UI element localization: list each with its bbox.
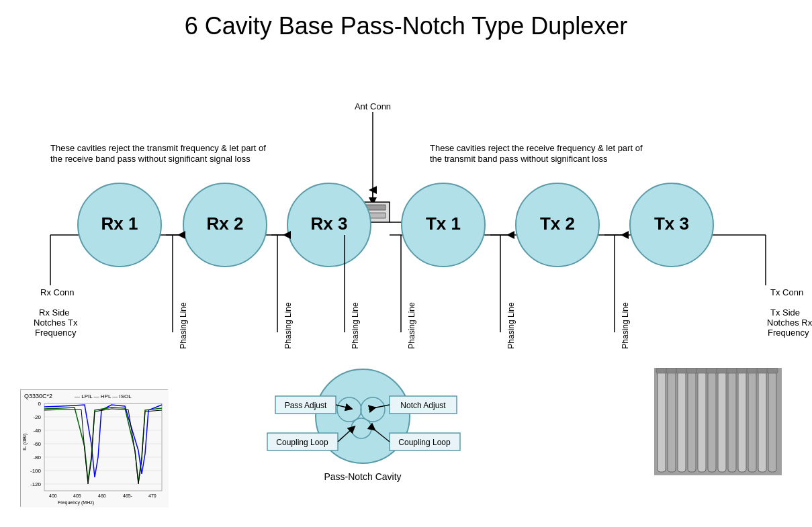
svg-rect-71	[678, 371, 686, 472]
tx-conn-label: Tx Conn	[770, 287, 803, 297]
svg-rect-85	[696, 368, 707, 373]
svg-rect-77	[738, 371, 746, 472]
phasing-line-3: Phasing Line	[351, 302, 360, 349]
rx1-label: Rx 1	[101, 213, 138, 234]
svg-rect-72	[688, 371, 696, 472]
svg-text:470: 470	[148, 493, 156, 498]
phasing-line-2: Phasing Line	[283, 302, 293, 349]
svg-text:-40: -40	[33, 428, 41, 434]
svg-rect-86	[707, 368, 717, 373]
svg-text:-120: -120	[30, 481, 42, 487]
rx-side-label: Rx Side	[39, 307, 70, 318]
pass-notch-cavity-diagram: Pass Adjust Notch Adjust Coupling Loop C…	[255, 356, 470, 490]
svg-rect-31	[21, 390, 169, 508]
svg-text:Notches Rx: Notches Rx	[767, 318, 812, 328]
svg-rect-88	[727, 368, 737, 373]
svg-rect-90	[747, 368, 758, 373]
tx-side-label: Tx Side	[770, 307, 800, 318]
coupling-loop-left-label: Coupling Loop	[276, 438, 328, 447]
equipment-photo	[654, 368, 782, 475]
svg-text:IL (dBi): IL (dBi)	[21, 433, 28, 450]
svg-rect-87	[717, 368, 727, 373]
chart-area: Q3330C*2 — LPIL — HPL — ISOL 0 -20 -40 -…	[20, 389, 168, 507]
svg-rect-91	[757, 368, 768, 373]
svg-rect-74	[708, 371, 716, 472]
tx3-label: Tx 3	[654, 213, 689, 234]
svg-text:Frequency: Frequency	[768, 328, 809, 338]
svg-rect-76	[728, 371, 736, 472]
rx-conn-label: Rx Conn	[40, 287, 75, 297]
svg-text:Q3330C*2: Q3330C*2	[24, 393, 52, 399]
tx2-label: Tx 2	[540, 213, 575, 234]
svg-text:-60: -60	[33, 441, 41, 447]
svg-text:the transmit band pass without: the transmit band pass without significa…	[430, 154, 608, 164]
svg-rect-84	[686, 368, 697, 373]
svg-text:Frequency (MHz): Frequency (MHz)	[58, 500, 94, 506]
svg-text:These cavities reject the rece: These cavities reject the receive freque…	[430, 143, 643, 153]
coupling-loop-right-label: Coupling Loop	[398, 438, 451, 447]
rx2-label: Rx 2	[207, 213, 244, 234]
phasing-line-6: Phasing Line	[621, 302, 630, 349]
tx1-label: Tx 1	[426, 213, 461, 234]
svg-text:-80: -80	[33, 454, 41, 461]
ant-conn-label: Ant Conn	[355, 101, 391, 111]
phasing-line-4: Phasing Line	[407, 302, 416, 349]
svg-text:-20: -20	[33, 414, 41, 420]
phasing-line-1: Phasing Line	[179, 302, 188, 349]
svg-rect-75	[718, 371, 726, 472]
svg-rect-92	[767, 368, 778, 373]
svg-rect-89	[737, 368, 748, 373]
pass-notch-cavity-label: Pass-Notch Cavity	[324, 471, 401, 482]
svg-rect-83	[676, 368, 687, 373]
svg-rect-79	[758, 371, 766, 472]
svg-text:0: 0	[38, 401, 42, 407]
pass-adjust-label: Pass Adjust	[285, 401, 327, 410]
svg-text:Notches Tx: Notches Tx	[34, 318, 78, 328]
svg-text:465-: 465-	[123, 493, 133, 498]
svg-rect-81	[656, 368, 667, 373]
svg-text:405: 405	[73, 493, 81, 498]
phasing-line-5: Phasing Line	[506, 302, 516, 349]
svg-rect-70	[668, 371, 676, 472]
svg-text:Frequency: Frequency	[35, 328, 77, 338]
svg-text:— LPIL   — HPL   — ISOL: — LPIL — HPL — ISOL	[75, 393, 132, 399]
svg-rect-73	[698, 371, 706, 472]
notch-adjust-label: Notch Adjust	[400, 401, 446, 410]
svg-text:the receive band pass without : the receive band pass without significan…	[50, 154, 251, 164]
main-diagram: These cavities reject the transmit frequ…	[0, 37, 812, 393]
svg-rect-69	[658, 371, 666, 472]
svg-text:These cavities reject the tran: These cavities reject the transmit frequ…	[50, 143, 266, 153]
svg-text:400: 400	[49, 493, 57, 498]
svg-rect-80	[768, 371, 776, 472]
svg-text:460: 460	[98, 493, 106, 498]
svg-rect-82	[666, 368, 677, 373]
svg-rect-78	[748, 371, 756, 472]
rx3-label: Rx 3	[311, 213, 348, 234]
svg-text:-100: -100	[30, 468, 42, 474]
